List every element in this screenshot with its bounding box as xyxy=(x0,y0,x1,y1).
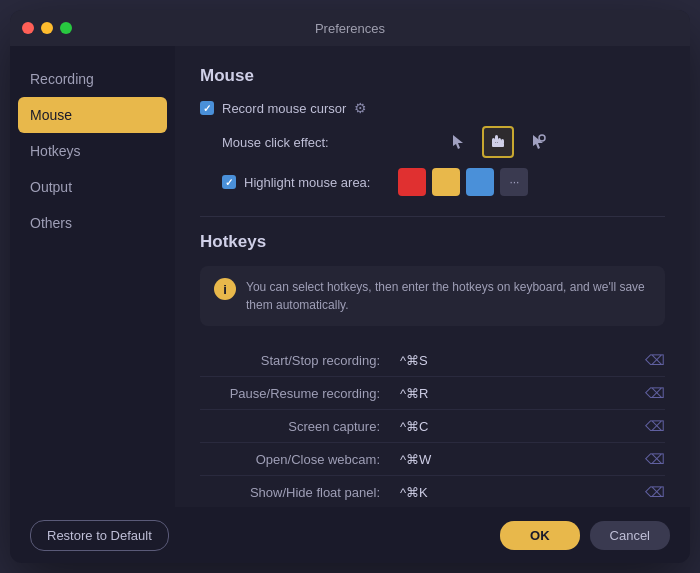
main-content: Recording Mouse Hotkeys Output Others Mo… xyxy=(10,46,690,507)
record-cursor-row: Record mouse cursor ⚙ xyxy=(200,100,665,116)
sidebar-item-others[interactable]: Others xyxy=(10,205,175,241)
hotkey-value-2: ^⌘C xyxy=(400,419,645,434)
divider-1 xyxy=(200,216,665,217)
minimize-button[interactable] xyxy=(41,22,53,34)
svg-rect-0 xyxy=(495,135,498,143)
color-swatch-more[interactable]: ··· xyxy=(500,168,528,196)
svg-rect-4 xyxy=(492,143,504,147)
titlebar: Preferences xyxy=(10,10,690,46)
hotkey-name-2: Screen capture: xyxy=(200,419,400,434)
hotkeys-section: Hotkeys i You can select hotkeys, then e… xyxy=(200,232,665,507)
cursor-pointer-icon[interactable] xyxy=(482,126,514,158)
hotkey-name-4: Show/Hide float panel: xyxy=(200,485,400,500)
hotkey-value-1: ^⌘R xyxy=(400,386,645,401)
highlight-checkbox[interactable] xyxy=(222,175,236,189)
color-swatches: ··· xyxy=(398,168,528,196)
hotkey-name-1: Pause/Resume recording: xyxy=(200,386,400,401)
sidebar: Recording Mouse Hotkeys Output Others xyxy=(10,46,175,507)
cursor-normal-icon[interactable] xyxy=(442,126,474,158)
gear-icon[interactable]: ⚙ xyxy=(354,100,367,116)
window-controls xyxy=(22,22,72,34)
color-swatch-blue[interactable] xyxy=(466,168,494,196)
main-panel: Mouse Record mouse cursor ⚙ Mouse click … xyxy=(175,46,690,507)
sidebar-item-recording[interactable]: Recording xyxy=(10,61,175,97)
hotkey-value-3: ^⌘W xyxy=(400,452,645,467)
restore-default-button[interactable]: Restore to Default xyxy=(30,520,169,551)
hotkey-row-2: Screen capture: ^⌘C ⌫ xyxy=(200,410,665,443)
sidebar-item-hotkeys[interactable]: Hotkeys xyxy=(10,133,175,169)
svg-point-5 xyxy=(539,135,545,141)
sidebar-item-mouse[interactable]: Mouse xyxy=(18,97,167,133)
cursor-click-icon[interactable] xyxy=(522,126,554,158)
hotkey-edit-3[interactable]: ⌫ xyxy=(645,451,665,467)
info-text: You can select hotkeys, then enter the h… xyxy=(246,278,651,314)
hotkey-row-3: Open/Close webcam: ^⌘W ⌫ xyxy=(200,443,665,476)
highlight-label: Highlight mouse area: xyxy=(244,175,370,190)
maximize-button[interactable] xyxy=(60,22,72,34)
hotkey-name-0: Start/Stop recording: xyxy=(200,353,400,368)
mouse-section: Mouse Record mouse cursor ⚙ Mouse click … xyxy=(200,66,665,196)
hotkey-edit-0[interactable]: ⌫ xyxy=(645,352,665,368)
footer: Restore to Default OK Cancel xyxy=(10,507,690,563)
hotkey-value-4: ^⌘K xyxy=(400,485,645,500)
cancel-button[interactable]: Cancel xyxy=(590,521,670,550)
info-icon: i xyxy=(214,278,236,300)
hotkey-row-4: Show/Hide float panel: ^⌘K ⌫ xyxy=(200,476,665,507)
mouse-click-label: Mouse click effect: xyxy=(222,135,342,150)
mouse-section-title: Mouse xyxy=(200,66,665,86)
hotkeys-list: Start/Stop recording: ^⌘S ⌫ Pause/Resume… xyxy=(200,344,665,507)
hotkeys-section-title: Hotkeys xyxy=(200,232,665,252)
window-title: Preferences xyxy=(315,21,385,36)
ok-button[interactable]: OK xyxy=(500,521,580,550)
sidebar-item-output[interactable]: Output xyxy=(10,169,175,205)
hotkey-edit-2[interactable]: ⌫ xyxy=(645,418,665,434)
hotkey-name-3: Open/Close webcam: xyxy=(200,452,400,467)
close-button[interactable] xyxy=(22,22,34,34)
highlight-row: Highlight mouse area: ··· xyxy=(222,168,665,196)
color-swatch-red[interactable] xyxy=(398,168,426,196)
hotkey-row-0: Start/Stop recording: ^⌘S ⌫ xyxy=(200,344,665,377)
hotkey-value-0: ^⌘S xyxy=(400,353,645,368)
hotkey-edit-4[interactable]: ⌫ xyxy=(645,484,665,500)
record-cursor-checkbox[interactable] xyxy=(200,101,214,115)
info-box: i You can select hotkeys, then enter the… xyxy=(200,266,665,326)
preferences-window: Preferences Recording Mouse Hotkeys Outp… xyxy=(10,10,690,563)
record-cursor-label: Record mouse cursor xyxy=(222,101,346,116)
hotkey-edit-1[interactable]: ⌫ xyxy=(645,385,665,401)
hotkey-row-1: Pause/Resume recording: ^⌘R ⌫ xyxy=(200,377,665,410)
footer-actions: OK Cancel xyxy=(500,521,670,550)
color-swatch-yellow[interactable] xyxy=(432,168,460,196)
